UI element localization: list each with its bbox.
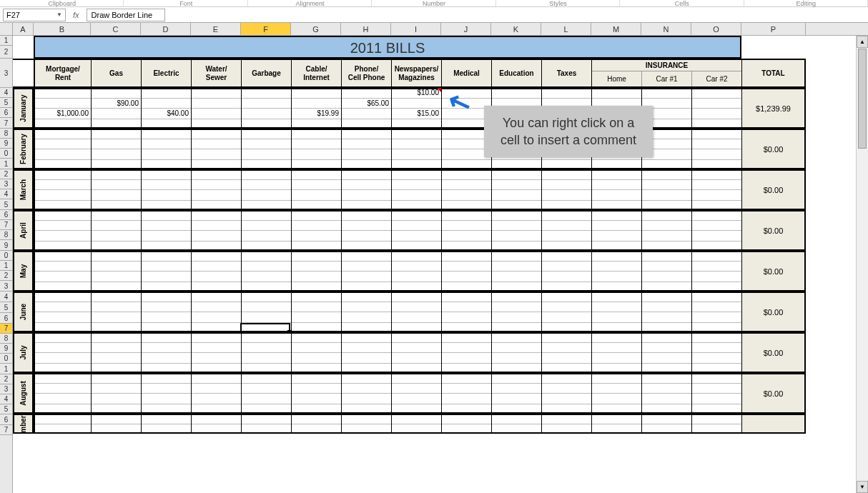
cell[interactable] [342, 282, 391, 292]
column-header[interactable]: B [34, 23, 91, 35]
cell[interactable] [392, 221, 441, 231]
row-header[interactable]: 2 [0, 46, 12, 59]
cell[interactable] [342, 424, 391, 434]
cell[interactable] [192, 394, 241, 404]
cell[interactable] [92, 292, 141, 302]
cell[interactable] [592, 88, 641, 99]
cell[interactable] [92, 323, 141, 333]
row-header[interactable]: 9 [0, 139, 12, 149]
cell[interactable] [242, 404, 291, 414]
cell[interactable] [692, 160, 741, 170]
cell[interactable] [35, 231, 91, 241]
row-header[interactable]: 9 [0, 240, 12, 251]
ribbon-group[interactable]: Styles [496, 0, 620, 6]
cell[interactable] [192, 190, 241, 201]
cell[interactable] [342, 241, 391, 252]
cell[interactable] [542, 169, 591, 180]
cell[interactable] [542, 190, 591, 201]
cell[interactable] [392, 160, 441, 170]
cell[interactable] [392, 169, 441, 180]
cell[interactable] [92, 109, 141, 119]
cell[interactable] [142, 282, 191, 292]
cell[interactable] [642, 88, 691, 99]
cell[interactable] [392, 282, 441, 292]
cell[interactable] [392, 302, 441, 313]
ribbon-group[interactable]: Cells [620, 0, 744, 6]
cell[interactable] [692, 231, 741, 241]
cell[interactable] [592, 292, 641, 302]
cell[interactable] [692, 272, 741, 282]
cell[interactable] [542, 424, 591, 434]
cell[interactable] [442, 169, 491, 180]
cell[interactable] [492, 394, 541, 404]
cell[interactable] [492, 323, 541, 333]
cell[interactable] [292, 88, 341, 99]
cell[interactable] [142, 99, 191, 109]
cell[interactable] [35, 180, 91, 191]
cell[interactable] [92, 88, 141, 99]
month-total[interactable]: $0.00 [741, 210, 806, 251]
cell[interactable] [342, 404, 391, 414]
cell[interactable] [392, 332, 441, 343]
row-header[interactable]: 5 [0, 404, 12, 414]
cell[interactable] [692, 414, 741, 424]
ribbon-group[interactable]: Number [372, 0, 495, 6]
cell[interactable] [35, 129, 91, 139]
cell[interactable] [692, 88, 741, 99]
cell[interactable]: $19.99 [292, 109, 341, 119]
cell[interactable] [642, 394, 691, 404]
cell[interactable] [642, 312, 691, 323]
scroll-thumb[interactable] [858, 49, 867, 149]
cell[interactable] [642, 424, 691, 434]
cell[interactable] [592, 302, 641, 313]
comment-indicator-icon[interactable] [437, 88, 441, 92]
cell[interactable] [542, 292, 591, 302]
cell[interactable] [142, 169, 191, 180]
row-header[interactable]: 7 [0, 425, 12, 435]
cell[interactable] [35, 201, 91, 211]
cell[interactable] [242, 414, 291, 424]
cell[interactable] [142, 201, 191, 211]
cell[interactable] [35, 332, 91, 343]
cell[interactable] [292, 404, 341, 414]
row-header[interactable]: 9 [0, 344, 12, 354]
cell[interactable] [592, 323, 641, 333]
month-total[interactable]: $0.00 [741, 129, 806, 169]
column-header[interactable]: A [13, 23, 34, 35]
cell[interactable] [35, 190, 91, 201]
cell[interactable] [592, 282, 641, 292]
cell[interactable] [342, 190, 391, 201]
cell[interactable] [192, 241, 241, 252]
cell[interactable] [92, 169, 141, 180]
cell[interactable] [492, 272, 541, 282]
cell[interactable] [35, 343, 91, 354]
cell[interactable] [442, 404, 491, 414]
cell[interactable] [692, 262, 741, 272]
cell[interactable] [92, 149, 141, 160]
cell[interactable] [442, 241, 491, 252]
cell[interactable] [492, 373, 541, 384]
column-header[interactable]: N [641, 23, 691, 35]
cell[interactable] [242, 190, 291, 201]
cell[interactable] [492, 414, 541, 424]
cell[interactable] [342, 323, 391, 333]
row-header[interactable]: 8 [0, 334, 12, 344]
cell[interactable] [92, 210, 141, 221]
ribbon-group[interactable]: Clipboard [0, 0, 124, 6]
cell[interactable] [542, 180, 591, 191]
cell[interactable]: $10.00 [392, 88, 441, 99]
column-header[interactable]: L [541, 23, 591, 35]
cell[interactable] [92, 282, 141, 292]
cell[interactable] [192, 414, 241, 424]
cell[interactable] [142, 251, 191, 262]
cell[interactable] [692, 169, 741, 180]
cell[interactable] [192, 201, 241, 211]
cell[interactable] [142, 241, 191, 252]
month-total[interactable]: $0.00 [741, 251, 806, 292]
cell[interactable] [35, 373, 91, 384]
cell[interactable] [292, 262, 341, 272]
cell[interactable] [642, 384, 691, 394]
cell[interactable] [392, 312, 441, 323]
cell[interactable] [142, 119, 191, 129]
formula-input[interactable]: Draw Border Line [87, 9, 165, 21]
